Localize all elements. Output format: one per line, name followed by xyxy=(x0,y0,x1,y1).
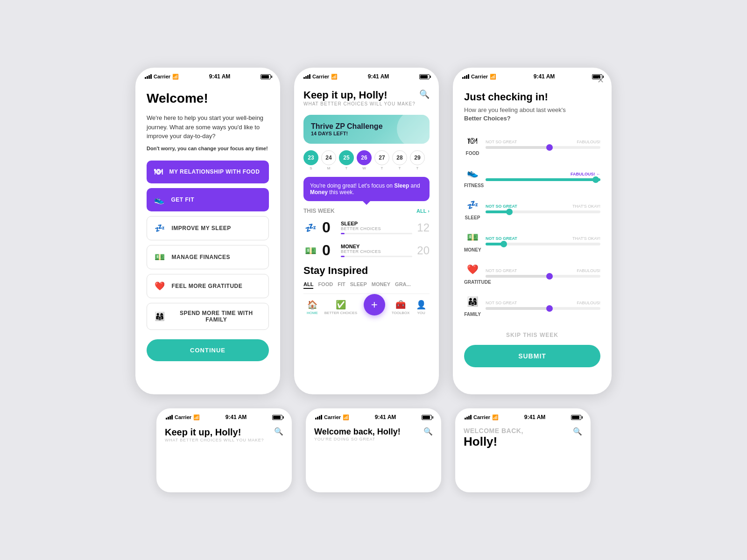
bar2 xyxy=(147,76,148,79)
day-circle-24[interactable]: 24 xyxy=(321,150,336,165)
gratitude-thumb xyxy=(546,273,553,280)
status-bar-2: Carrier 📶 9:41 AM xyxy=(294,68,439,82)
sleep-total: 12 xyxy=(417,221,430,234)
screen3-content: Just checking in! How are you feeling ab… xyxy=(453,82,612,377)
sleep-labels: NOT SO GREAT THAT'S OKAY! xyxy=(486,204,600,209)
screen2-title-wrap: Keep it up, Holly! WHAT BETTER CHOICES W… xyxy=(303,89,416,113)
day-label-27: T xyxy=(381,166,383,170)
nav-choices[interactable]: ✅ BETTER CHOICES xyxy=(324,300,357,315)
option-food-btn[interactable]: 🍽 MY RELATIONSHIP WITH FOOD xyxy=(147,161,269,183)
money-track[interactable] xyxy=(486,243,600,245)
search-icon-b3[interactable]: 🔍 xyxy=(573,427,582,436)
time-1: 9:41 AM xyxy=(209,73,231,80)
signal-bars-1 xyxy=(145,74,152,79)
carrier-2: Carrier xyxy=(312,74,329,79)
sleep-right-label: THAT'S OKAY! xyxy=(572,204,600,209)
sleep-bar xyxy=(341,233,412,234)
week-all[interactable]: ALL › xyxy=(416,208,430,214)
tab-gra[interactable]: GRA... xyxy=(395,281,411,289)
sleep-info: SLEEP BETTER CHOICES xyxy=(341,221,412,234)
tracker-sleep: 💤 0 SLEEP BETTER CHOICES 12 xyxy=(303,219,430,236)
continue-button[interactable]: CONTINUE xyxy=(147,339,269,361)
challenge-card: Thrive ZP Challenge 14 DAYS LEFT! xyxy=(303,115,430,144)
status-left-b1: Carrier 📶 xyxy=(166,414,200,420)
bottom-label-3: WELCOME BACK, xyxy=(464,427,523,434)
food-left-label: NOT SO GREAT xyxy=(486,140,517,144)
welcome-note: Don't worry, you can change your focus a… xyxy=(147,146,269,151)
home-label: HOME xyxy=(307,311,318,315)
status-right-1 xyxy=(261,74,271,79)
category-tabs: ALL FOOD FIT SLEEP MONEY GRA... xyxy=(303,281,430,289)
day-circle-25[interactable]: 25 xyxy=(339,150,354,165)
nav-toolbox[interactable]: 🧰 TOOLBOX xyxy=(392,300,410,315)
bottom-name-3: Holly! xyxy=(464,434,523,449)
money-info: MONEY BETTER CHOICES xyxy=(341,244,412,257)
day-circle-29[interactable]: 29 xyxy=(410,150,425,165)
close-button[interactable]: ✕ xyxy=(597,75,604,85)
bottom-sub-1: WHAT BETTER CHOICES WILL YOU MAKE? xyxy=(165,438,264,442)
bottom-content-2: Welcome back, Holly! YOU'RE DOING SO GRE… xyxy=(306,422,441,449)
tracker-money: 💵 0 MONEY BETTER CHOICES 20 xyxy=(303,242,430,259)
battery-2 xyxy=(419,74,430,79)
family-slider-content: NOT SO GREAT FABULOUS! xyxy=(486,301,600,310)
day-circle-28[interactable]: 28 xyxy=(392,150,407,165)
search-icon-2[interactable]: 🔍 xyxy=(419,89,430,99)
money-tracker-icon: 💵 xyxy=(303,245,317,256)
bar1 xyxy=(145,77,146,79)
food-slider-name: FOOD xyxy=(464,151,481,156)
bottom-content-3: WELCOME BACK, Holly! 🔍 xyxy=(455,422,591,456)
option-sleep-btn[interactable]: 💤 IMPROVE MY SLEEP xyxy=(147,216,269,240)
home-icon: 🏠 xyxy=(307,300,317,310)
day-25: 25 T xyxy=(339,150,354,170)
tab-sleep[interactable]: SLEEP xyxy=(350,281,367,289)
option-gratitude-btn[interactable]: ❤️ FEEL MORE GRATITUDE xyxy=(147,274,269,298)
challenge-decoration xyxy=(397,115,430,144)
tab-all[interactable]: ALL xyxy=(303,281,313,289)
screen2-sub: WHAT BETTER CHOICES WILL YOU MAKE? xyxy=(303,101,416,106)
option-money-btn[interactable]: 💵 MANAGE FINANCES xyxy=(147,245,269,269)
food-track[interactable] xyxy=(486,146,600,149)
money-left-label: NOT SO GREAT xyxy=(486,236,517,241)
sleep-thumb xyxy=(506,209,513,215)
day-label-24: M xyxy=(327,166,331,170)
slider-gratitude: ❤️ GRATITUDE NOT SO GREAT FABULOUS! xyxy=(464,261,600,285)
nav-you[interactable]: 👤 YOU xyxy=(416,300,426,315)
day-circle-26[interactable]: 26 xyxy=(357,150,372,165)
sleep-track[interactable] xyxy=(486,210,600,213)
gratitude-track[interactable] xyxy=(486,275,600,278)
status-left-3: Carrier 📶 xyxy=(462,74,496,80)
option-family-btn[interactable]: 👨‍👩‍👧 SPEND MORE TIME WITH FAMILY xyxy=(147,303,269,330)
day-label-25: T xyxy=(345,166,348,170)
search-icon-b1[interactable]: 🔍 xyxy=(274,427,283,436)
sleep-label: IMPROVE MY SLEEP xyxy=(172,225,231,231)
submit-button[interactable]: SUBMIT xyxy=(464,345,600,367)
tab-food[interactable]: FOOD xyxy=(318,281,333,289)
day-circle-27[interactable]: 27 xyxy=(374,150,389,165)
bottom-nav: 🏠 HOME ✅ BETTER CHOICES + 🧰 TOOLBOX 👤 xyxy=(303,294,430,323)
tab-money[interactable]: MONEY xyxy=(372,281,390,289)
choices-icon: ✅ xyxy=(336,300,346,310)
money-slider-content: NOT SO GREAT THAT'S OKAY! xyxy=(486,236,600,245)
skip-button[interactable]: SKIP THIS WEEK xyxy=(464,325,600,345)
search-icon-b2[interactable]: 🔍 xyxy=(423,427,433,436)
status-bar-3: Carrier 📶 9:41 AM xyxy=(453,68,612,82)
nav-home[interactable]: 🏠 HOME xyxy=(307,300,318,315)
money-icon: 💵 xyxy=(155,252,165,262)
fit-icon: 👟 xyxy=(154,195,165,205)
welcome-title: Welcome! xyxy=(147,91,269,106)
food-labels: NOT SO GREAT FABULOUS! xyxy=(486,140,600,144)
family-track[interactable] xyxy=(486,307,600,310)
day-circle-23[interactable]: 23 xyxy=(303,150,318,165)
fitness-track[interactable] xyxy=(486,178,600,181)
toolbox-label: TOOLBOX xyxy=(392,311,410,315)
wifi-icon-1: 📶 xyxy=(172,74,179,80)
battery-1 xyxy=(261,74,271,79)
sleep-slider-name: SLEEP xyxy=(464,215,481,220)
plus-button[interactable]: + xyxy=(364,294,385,315)
option-fit-btn[interactable]: 👟 GET FIT xyxy=(147,188,269,211)
gratitude-slider-icon: ❤️ xyxy=(464,261,481,278)
time-2: 9:41 AM xyxy=(368,73,389,80)
tab-fit[interactable]: FIT xyxy=(338,281,345,289)
day-23: 23 S xyxy=(303,150,318,170)
day-label-28: T xyxy=(399,166,401,170)
